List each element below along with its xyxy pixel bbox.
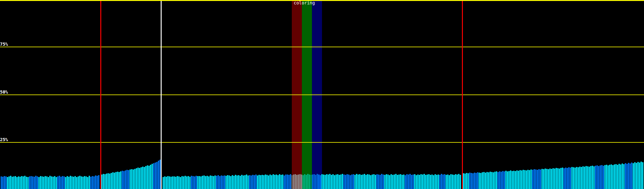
bar [513, 171, 514, 189]
bar [474, 173, 475, 189]
bar [369, 175, 370, 189]
bar [180, 177, 181, 189]
bar [323, 175, 324, 189]
bar [299, 174, 301, 189]
bar [524, 170, 525, 189]
bar [97, 176, 98, 189]
bar [284, 175, 285, 189]
bar [604, 165, 606, 189]
bar [318, 175, 319, 189]
bar [295, 174, 296, 189]
bar [510, 170, 511, 189]
bar [634, 162, 636, 189]
bar [233, 176, 235, 189]
bar [251, 175, 252, 189]
bar [597, 165, 598, 189]
bar [493, 172, 494, 189]
bar [111, 173, 112, 189]
bar [581, 167, 582, 189]
bar [340, 175, 341, 189]
bar [612, 165, 613, 189]
bar [139, 168, 140, 189]
gridline-50 [0, 94, 644, 95]
bar [230, 176, 231, 189]
bar [565, 168, 566, 189]
bar [491, 172, 492, 189]
bar [205, 176, 206, 189]
bar [472, 173, 474, 189]
bar [21, 176, 22, 189]
bar [521, 170, 522, 189]
bar [120, 171, 121, 189]
bar [218, 175, 219, 189]
bar [2, 177, 3, 189]
bar [298, 175, 299, 189]
gridline-25 [0, 142, 644, 143]
bar [475, 173, 477, 189]
coloring-section-label: coloring [294, 1, 315, 5]
bar [51, 176, 52, 189]
bar [240, 176, 241, 189]
bar [203, 175, 205, 189]
bar [26, 177, 27, 189]
bar [422, 175, 423, 189]
bar [189, 177, 191, 189]
bar [241, 175, 242, 189]
bar [191, 176, 192, 189]
axis-label-50: 50% [0, 90, 8, 94]
bar [188, 176, 189, 189]
bar [40, 176, 41, 189]
bar [108, 173, 109, 189]
bar [290, 174, 291, 189]
bar [48, 177, 49, 189]
bar [43, 177, 44, 189]
bar [442, 175, 444, 189]
bar [229, 175, 230, 189]
bar [614, 164, 615, 189]
bar [562, 168, 563, 189]
bar [518, 171, 519, 189]
bar [285, 175, 286, 189]
bar [31, 176, 32, 189]
bar [515, 171, 516, 189]
bar [12, 177, 13, 189]
bar [164, 176, 165, 189]
bar [334, 175, 335, 189]
bar [394, 175, 395, 189]
bar [137, 168, 139, 189]
bar [174, 176, 175, 189]
bar [213, 176, 214, 189]
bar [258, 175, 260, 189]
bar [35, 176, 36, 189]
bar [590, 166, 591, 189]
bar [556, 168, 557, 189]
bar [554, 169, 555, 189]
bar [122, 171, 123, 189]
axis-label-75: 75% [0, 42, 8, 46]
bar [523, 170, 524, 189]
bar [101, 175, 103, 189]
bar [5, 176, 7, 189]
bar [367, 174, 368, 189]
bar [62, 176, 63, 189]
bar [59, 176, 60, 189]
bar [507, 171, 508, 189]
bar [167, 176, 169, 189]
bar [482, 172, 483, 189]
bar [166, 177, 167, 189]
bar [131, 169, 132, 189]
bar [277, 175, 279, 189]
bar [192, 176, 194, 189]
bar [488, 172, 489, 189]
bar [541, 169, 543, 189]
bar [130, 169, 131, 189]
bar [436, 175, 437, 189]
bar [625, 163, 626, 189]
bar [197, 176, 198, 189]
axis-label-25: 25% [0, 137, 8, 142]
bar [400, 174, 401, 189]
bar [93, 176, 95, 189]
bar [243, 175, 244, 189]
bar [620, 164, 621, 189]
bar [141, 167, 142, 189]
